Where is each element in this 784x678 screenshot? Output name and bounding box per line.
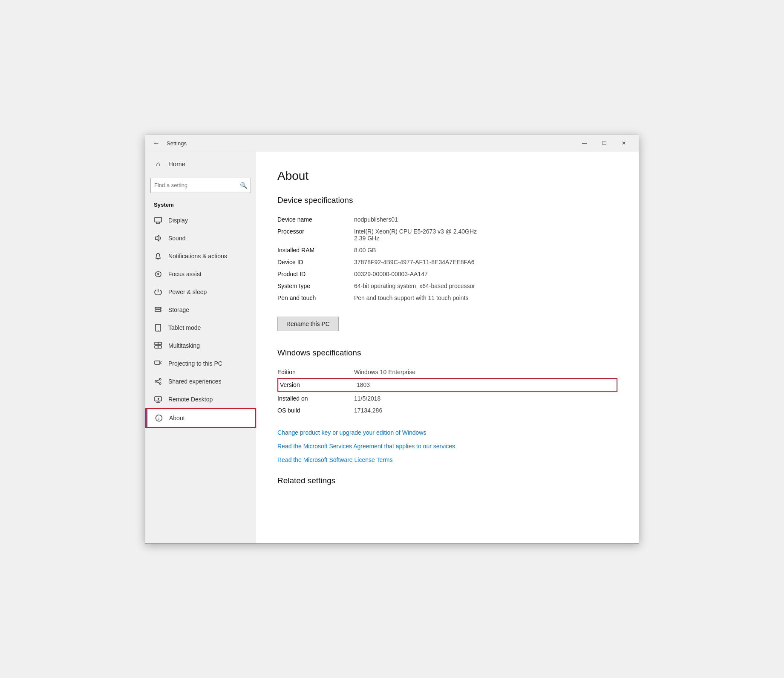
shared-icon: [154, 377, 162, 386]
win-spec-row: OS build 17134.286: [277, 404, 617, 416]
svg-rect-0: [155, 217, 161, 222]
maximize-button[interactable]: ☐: [594, 136, 614, 150]
title-bar: ← Settings — ☐ ✕: [145, 135, 639, 152]
tablet-icon: [154, 323, 162, 332]
sidebar-item-shared[interactable]: Shared experiences: [145, 372, 256, 390]
spec-label: System type: [277, 283, 346, 289]
minimize-button[interactable]: —: [575, 136, 594, 150]
main-content: About Device specifications Device name …: [256, 152, 639, 543]
close-button[interactable]: ✕: [614, 136, 634, 150]
spec-label: Device name: [277, 216, 346, 223]
win-spec-row: Installed on 11/5/2018: [277, 392, 617, 404]
svg-point-5: [157, 273, 159, 275]
sidebar-item-label-tablet: Tablet mode: [168, 324, 201, 331]
sound-icon: [154, 234, 162, 242]
sidebar-item-display[interactable]: Display: [145, 211, 256, 229]
power-icon: [154, 288, 162, 296]
sidebar-item-label-remote: Remote Desktop: [168, 396, 213, 403]
projecting-icon: [154, 359, 162, 368]
focus-icon: [154, 270, 162, 278]
svg-point-21: [155, 381, 157, 382]
spec-label: Edition: [277, 369, 346, 375]
svg-rect-12: [155, 342, 158, 345]
sidebar-item-about[interactable]: i About: [145, 408, 256, 428]
win-spec-row: Edition Windows 10 Enterprise: [277, 366, 617, 378]
content-area: ⌂ Home 🔍 System Display Sound Notificati…: [145, 152, 639, 543]
sidebar-item-power[interactable]: Power & sleep: [145, 283, 256, 301]
spec-value: 64-bit operating system, x64-based proce…: [354, 283, 475, 289]
sidebar-item-label-projecting: Projecting to this PC: [168, 360, 222, 367]
home-icon: ⌂: [154, 160, 162, 168]
sidebar-item-storage[interactable]: Storage: [145, 301, 256, 319]
sidebar-item-sound[interactable]: Sound: [145, 229, 256, 247]
spec-row: Processor Intel(R) Xeon(R) CPU E5-2673 v…: [277, 225, 617, 244]
related-settings-heading: Related settings: [277, 476, 617, 485]
sidebar-item-notifications[interactable]: Notifications & actions: [145, 247, 256, 265]
search-box: 🔍: [150, 178, 251, 193]
storage-icon: [154, 306, 162, 314]
spec-label: Product ID: [277, 271, 346, 277]
spec-label: Pen and touch: [277, 294, 346, 301]
window-title: Settings: [167, 140, 187, 147]
display-icon: [154, 216, 162, 225]
spec-value: 00329-00000-00003-AA147: [354, 271, 428, 277]
sidebar-home-label: Home: [168, 160, 185, 167]
sidebar-item-label-storage: Storage: [168, 306, 189, 313]
sidebar-item-home[interactable]: ⌂ Home: [145, 152, 256, 176]
windows-link-1[interactable]: Read the Microsoft Services Agreement th…: [277, 443, 617, 450]
spec-value: 17134.286: [354, 407, 382, 414]
svg-point-19: [159, 378, 161, 380]
device-specs-heading: Device specifications: [277, 196, 617, 205]
spec-value: 8.00 GB: [354, 247, 376, 254]
sidebar-item-projecting[interactable]: Projecting to this PC: [145, 355, 256, 372]
spec-value: Intel(R) Xeon(R) CPU E5-2673 v3 @ 2.40GH…: [354, 228, 477, 242]
windows-specs-heading: Windows specifications: [277, 348, 617, 358]
svg-rect-15: [158, 346, 161, 348]
sidebar-item-tablet[interactable]: Tablet mode: [145, 319, 256, 337]
sidebar-item-label-display: Display: [168, 217, 188, 224]
spec-value: Windows 10 Enterprise: [354, 369, 415, 375]
spec-row: Installed RAM 8.00 GB: [277, 244, 617, 256]
spec-row: Device ID 37878F92-4B9C-4977-AF11-8E34A7…: [277, 256, 617, 268]
search-input[interactable]: [154, 182, 240, 188]
spec-label: OS build: [277, 407, 346, 414]
svg-line-23: [157, 382, 159, 383]
sidebar-section-system: System: [145, 200, 256, 211]
windows-specs-table: Edition Windows 10 Enterprise Version 18…: [277, 366, 617, 416]
sidebar-item-focus[interactable]: Focus assist: [145, 265, 256, 283]
remote-icon: [154, 395, 162, 404]
svg-point-11: [158, 330, 159, 331]
sidebar-item-label-shared: Shared experiences: [168, 378, 222, 385]
page-title: About: [277, 169, 617, 183]
sidebar-item-multitasking[interactable]: Multitasking: [145, 337, 256, 355]
svg-line-22: [157, 380, 159, 381]
sidebar-item-label-sound: Sound: [168, 235, 185, 242]
sidebar-item-remote[interactable]: Remote Desktop: [145, 390, 256, 408]
svg-point-20: [159, 383, 161, 384]
notifications-icon: [154, 252, 162, 260]
svg-point-8: [160, 308, 161, 309]
sidebar-item-label-focus: Focus assist: [168, 271, 202, 277]
windows-link-2[interactable]: Read the Microsoft Software License Term…: [277, 456, 617, 463]
search-icon: 🔍: [240, 182, 247, 189]
spec-value: 11/5/2018: [354, 395, 380, 402]
spec-label: Installed on: [277, 395, 346, 402]
windows-link-0[interactable]: Change product key or upgrade your editi…: [277, 429, 617, 436]
back-button[interactable]: ←: [150, 137, 162, 149]
spec-label: Version: [280, 381, 348, 388]
svg-marker-4: [156, 235, 159, 241]
spec-value: 37878F92-4B9C-4977-AF11-8E34A7EE8FA6: [354, 259, 475, 265]
device-specs-table: Device name nodpublishers01 Processor In…: [277, 213, 617, 304]
sidebar-item-label-notifications: Notifications & actions: [168, 253, 227, 260]
spec-value: nodpublishers01: [354, 216, 398, 223]
spec-row: System type 64-bit operating system, x64…: [277, 280, 617, 292]
about-icon: i: [155, 414, 163, 422]
spec-row: Pen and touch Pen and touch support with…: [277, 292, 617, 304]
rename-pc-button[interactable]: Rename this PC: [277, 317, 339, 331]
spec-value: Pen and touch support with 11 touch poin…: [354, 294, 469, 301]
svg-rect-16: [155, 361, 160, 364]
sidebar-item-label-about: About: [169, 415, 185, 421]
sidebar: ⌂ Home 🔍 System Display Sound Notificati…: [145, 152, 256, 543]
svg-point-9: [160, 310, 161, 311]
settings-window: ← Settings — ☐ ✕ ⌂ Home 🔍 System: [145, 135, 639, 544]
